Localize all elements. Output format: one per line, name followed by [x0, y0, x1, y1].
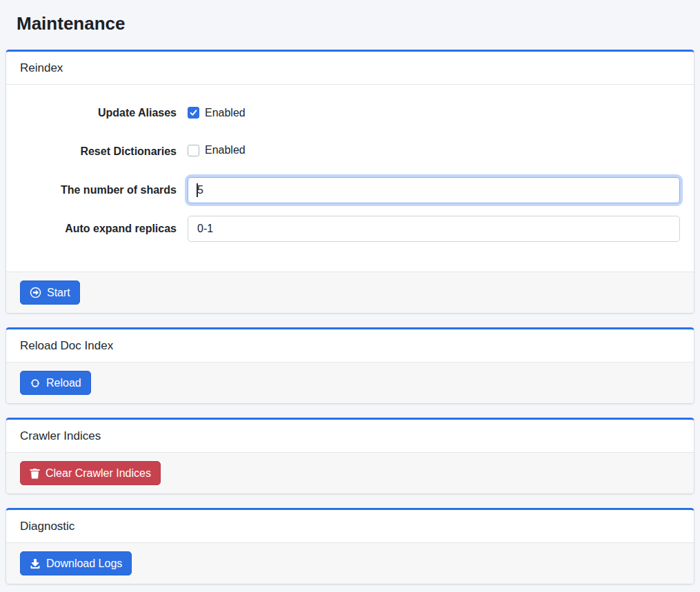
- number-of-shards-input[interactable]: [188, 177, 680, 203]
- diagnostic-card-title: Diagnostic: [20, 520, 74, 533]
- update-aliases-checkbox-wrap[interactable]: Enabled: [188, 107, 246, 119]
- crawler-indices-card: Crawler Indices Clear Crawler Indices: [6, 418, 694, 494]
- update-aliases-checkbox[interactable]: [188, 107, 199, 119]
- auto-expand-replicas-input[interactable]: [188, 216, 680, 242]
- reset-dictionaries-label: Reset Dictionaries: [20, 145, 188, 158]
- crawler-indices-card-header: Crawler Indices: [6, 420, 694, 453]
- update-aliases-label: Update Aliases: [20, 107, 188, 119]
- content-area: Reindex Update Aliases Enabled Reset Dic…: [0, 50, 700, 584]
- clear-crawler-indices-button[interactable]: Clear Crawler Indices: [20, 461, 161, 485]
- reindex-card-body: Update Aliases Enabled Reset Dictionarie…: [6, 85, 694, 272]
- form-row-update-aliases: Update Aliases Enabled: [20, 100, 680, 126]
- check-icon: [190, 109, 197, 116]
- crawler-indices-card-footer: Clear Crawler Indices: [6, 453, 694, 493]
- auto-expand-replicas-label: Auto expand replicas: [20, 223, 188, 235]
- form-row-number-of-shards: The number of shards: [20, 177, 680, 203]
- download-logs-button[interactable]: Download Logs: [20, 551, 132, 575]
- number-of-shards-label: The number of shards: [20, 184, 188, 196]
- reload-doc-index-card-title: Reload Doc Index: [20, 339, 113, 352]
- start-button[interactable]: Start: [20, 280, 80, 305]
- reload-doc-index-card: Reload Doc Index Reload: [6, 327, 694, 404]
- update-aliases-checkbox-label: Enabled: [205, 107, 246, 119]
- page-title: Maintenance: [0, 0, 700, 34]
- reset-dictionaries-checkbox-wrap[interactable]: Enabled: [188, 144, 246, 156]
- reindex-card-footer: Start: [6, 272, 694, 313]
- reindex-card-title: Reindex: [20, 61, 63, 74]
- reindex-card: Reindex Update Aliases Enabled Reset Dic…: [6, 50, 694, 314]
- download-icon: [30, 558, 41, 569]
- trash-icon: [30, 468, 40, 479]
- reindex-card-header: Reindex: [6, 52, 694, 85]
- reload-doc-index-card-footer: Reload: [6, 363, 694, 403]
- arrow-circle-right-icon: [30, 287, 41, 298]
- text-cursor: [197, 183, 198, 197]
- reset-dictionaries-checkbox-label: Enabled: [205, 144, 246, 156]
- form-row-reset-dictionaries: Reset Dictionaries Enabled: [20, 139, 680, 165]
- reload-button[interactable]: Reload: [20, 371, 91, 395]
- form-row-auto-expand-replicas: Auto expand replicas: [20, 216, 680, 242]
- reload-doc-index-card-header: Reload Doc Index: [6, 329, 694, 363]
- sync-icon: [30, 378, 41, 389]
- crawler-indices-card-title: Crawler Indices: [20, 429, 101, 442]
- reset-dictionaries-checkbox[interactable]: [188, 145, 199, 156]
- diagnostic-card-footer: Download Logs: [6, 543, 694, 584]
- diagnostic-card-header: Diagnostic: [6, 510, 694, 543]
- diagnostic-card: Diagnostic Download Logs: [6, 508, 694, 584]
